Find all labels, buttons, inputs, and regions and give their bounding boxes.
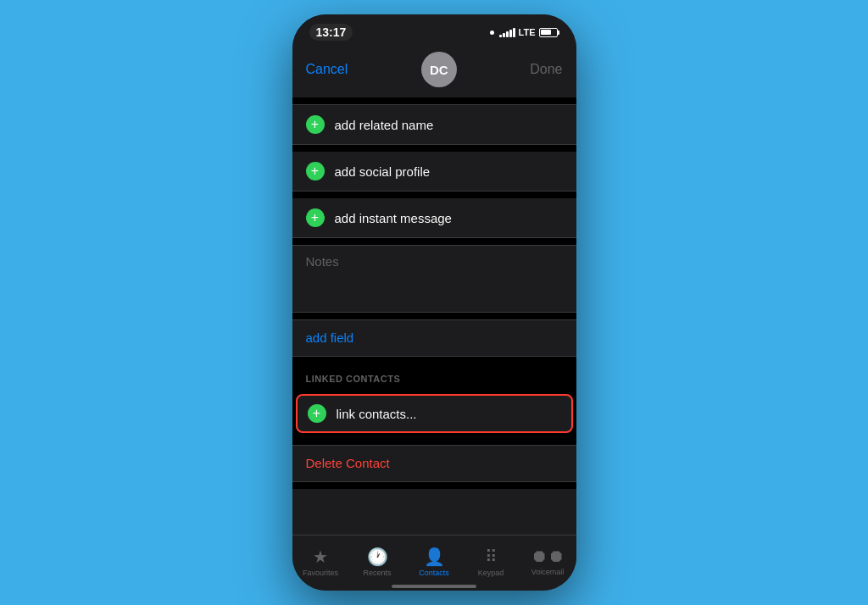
section-divider-top (292, 97, 576, 104)
avatar: DC (421, 52, 457, 87)
delete-contact-label: Delete Contact (306, 456, 390, 470)
signal-bar-4 (509, 30, 512, 37)
tab-favourites[interactable]: ★ Favourites (292, 547, 349, 577)
signal-bar-3 (506, 31, 509, 37)
gap-5 (292, 357, 576, 364)
tab-voicemail-label: Voicemail (531, 568, 565, 576)
content-area: + add related name + add social profile … (292, 104, 576, 535)
clock-icon: 🕐 (367, 547, 388, 567)
linked-contacts-header: LINKED CONTACTS (292, 364, 576, 389)
header: Cancel DC Done (292, 45, 576, 97)
cancel-button[interactable]: Cancel (306, 62, 348, 77)
plus-symbol-4: + (313, 407, 320, 420)
home-bar (392, 585, 476, 588)
tab-voicemail[interactable]: ⏺⏺ Voicemail (520, 547, 576, 576)
signal-bar-2 (503, 33, 505, 37)
add-social-profile-plus-icon: + (306, 162, 325, 180)
gap-1 (292, 145, 576, 152)
delete-contact-row[interactable]: Delete Contact (292, 445, 576, 482)
add-related-name-row[interactable]: + add related name (292, 104, 576, 145)
person-icon: 👤 (424, 547, 445, 567)
voicemail-icon: ⏺⏺ (531, 547, 565, 566)
battery-fill (541, 30, 551, 35)
status-icons: LTE (490, 27, 559, 37)
status-bar: 13:17 LTE (292, 14, 576, 45)
link-contacts-container: + link contacts... (292, 389, 576, 438)
star-icon: ★ (313, 547, 328, 567)
gap-3 (292, 238, 576, 245)
battery-body (539, 28, 558, 37)
notes-field[interactable]: Notes (292, 245, 576, 313)
tab-favourites-label: Favourites (303, 569, 338, 577)
gap-6 (292, 438, 576, 445)
lte-indicator: LTE (519, 27, 536, 37)
dot-indicator (490, 31, 494, 35)
add-instant-message-label: add instant message (335, 211, 452, 225)
notes-label: Notes (306, 254, 563, 269)
tab-keypad[interactable]: ⠿ Keypad (463, 547, 520, 577)
plus-symbol-2: + (311, 164, 319, 178)
add-field-row[interactable]: add field (292, 319, 576, 357)
phone-frame: 13:17 LTE Cancel DC Done (292, 14, 576, 591)
tab-bar: ★ Favourites 🕐 Recents 👤 Contacts ⠿ Keyp… (292, 535, 576, 586)
tab-contacts[interactable]: 👤 Contacts (406, 547, 463, 577)
add-instant-message-row[interactable]: + add instant message (292, 198, 576, 238)
battery-tip (558, 31, 559, 35)
tab-recents-label: Recents (363, 569, 391, 577)
signal-bar-1 (499, 35, 502, 37)
add-social-profile-label: add social profile (335, 164, 431, 179)
add-related-name-label: add related name (335, 118, 434, 132)
battery-icon (539, 28, 559, 37)
link-contacts-label: link contacts... (337, 407, 417, 421)
link-contacts-plus-icon: + (308, 404, 326, 423)
tab-contacts-label: Contacts (419, 569, 449, 577)
gap-4 (292, 313, 576, 319)
add-instant-message-plus-icon: + (306, 208, 325, 227)
gap-7 (292, 482, 576, 489)
add-field-label: add field (306, 330, 354, 345)
add-social-profile-row[interactable]: + add social profile (292, 152, 576, 191)
home-indicator (292, 586, 576, 591)
keypad-icon: ⠿ (485, 547, 498, 567)
plus-symbol: + (311, 118, 319, 131)
linked-contacts-title: LINKED CONTACTS (306, 374, 401, 384)
tab-recents[interactable]: 🕐 Recents (349, 547, 406, 577)
signal-bar-5 (513, 28, 515, 37)
signal-bars-icon (499, 27, 515, 37)
add-related-name-plus-icon: + (306, 115, 325, 134)
status-time: 13:17 (309, 24, 353, 41)
link-contacts-row[interactable]: + link contacts... (296, 394, 573, 433)
gap-2 (292, 191, 576, 198)
tab-keypad-label: Keypad (478, 569, 504, 577)
done-button[interactable]: Done (530, 62, 562, 77)
plus-symbol-3: + (311, 211, 319, 225)
